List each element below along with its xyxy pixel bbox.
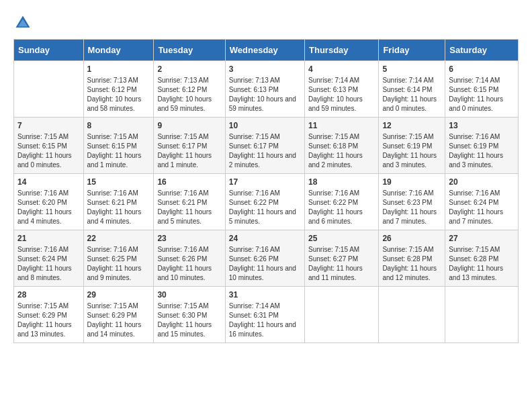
calendar-cell: 20 Sunrise: 7:16 AMSunset: 6:24 PMDaylig… [445,174,519,230]
day-info: Sunrise: 7:13 AMSunset: 6:13 PMDaylight:… [229,76,301,113]
column-header-sunday: Sunday [14,40,84,61]
day-info: Sunrise: 7:14 AMSunset: 6:13 PMDaylight:… [308,76,375,113]
calendar-cell: 21 Sunrise: 7:16 AMSunset: 6:24 PMDaylig… [14,230,84,287]
day-info: Sunrise: 7:15 AMSunset: 6:17 PMDaylight:… [157,132,221,170]
calendar-cell: 29 Sunrise: 7:15 AMSunset: 6:29 PMDaylig… [83,287,154,343]
day-info: Sunrise: 7:16 AMSunset: 6:26 PMDaylight:… [229,245,301,283]
day-info: Sunrise: 7:15 AMSunset: 6:29 PMDaylight:… [87,302,150,339]
day-number: 31 [229,290,301,300]
day-number: 23 [157,234,221,243]
calendar-cell: 24 Sunrise: 7:16 AMSunset: 6:26 PMDaylig… [225,230,304,287]
day-number: 1 [87,64,150,74]
day-info: Sunrise: 7:16 AMSunset: 6:19 PMDaylight:… [449,132,515,170]
day-number: 11 [308,121,375,130]
day-number: 21 [17,234,80,243]
day-info: Sunrise: 7:16 AMSunset: 6:23 PMDaylight:… [382,189,441,226]
day-info: Sunrise: 7:16 AMSunset: 6:20 PMDaylight:… [17,189,80,226]
day-info: Sunrise: 7:16 AMSunset: 6:21 PMDaylight:… [157,189,221,226]
day-number: 27 [449,234,515,243]
calendar-cell: 19 Sunrise: 7:16 AMSunset: 6:23 PMDaylig… [379,174,445,230]
week-row-3: 14 Sunrise: 7:16 AMSunset: 6:20 PMDaylig… [14,174,519,230]
day-number: 16 [157,177,221,187]
day-info: Sunrise: 7:16 AMSunset: 6:24 PMDaylight:… [449,189,515,226]
day-number: 24 [229,234,301,243]
day-number: 4 [308,64,375,74]
logo [13,13,35,32]
day-number: 17 [229,177,301,187]
day-number: 18 [308,177,375,187]
day-number: 12 [382,121,441,130]
calendar-cell: 27 Sunrise: 7:15 AMSunset: 6:28 PMDaylig… [445,230,519,287]
day-number: 9 [157,121,221,130]
calendar-cell: 6 Sunrise: 7:14 AMSunset: 6:15 PMDayligh… [445,61,519,118]
day-number: 10 [229,121,301,130]
day-number: 29 [87,290,150,300]
calendar-cell: 10 Sunrise: 7:15 AMSunset: 6:17 PMDaylig… [225,118,304,174]
week-row-4: 21 Sunrise: 7:16 AMSunset: 6:24 PMDaylig… [14,230,519,287]
calendar-cell: 3 Sunrise: 7:13 AMSunset: 6:13 PMDayligh… [225,61,304,118]
day-number: 7 [17,121,80,130]
calendar-cell: 13 Sunrise: 7:16 AMSunset: 6:19 PMDaylig… [445,118,519,174]
calendar-cell: 9 Sunrise: 7:15 AMSunset: 6:17 PMDayligh… [154,118,225,174]
day-info: Sunrise: 7:14 AMSunset: 6:31 PMDaylight:… [229,302,301,339]
calendar-cell: 5 Sunrise: 7:14 AMSunset: 6:14 PMDayligh… [379,61,445,118]
column-header-saturday: Saturday [445,40,519,61]
day-number: 22 [87,234,150,243]
page-header [13,13,519,32]
calendar-cell [14,61,84,118]
calendar-cell: 16 Sunrise: 7:16 AMSunset: 6:21 PMDaylig… [154,174,225,230]
calendar-cell: 30 Sunrise: 7:15 AMSunset: 6:30 PMDaylig… [154,287,225,343]
day-info: Sunrise: 7:16 AMSunset: 6:24 PMDaylight:… [17,245,80,283]
day-info: Sunrise: 7:15 AMSunset: 6:29 PMDaylight:… [17,302,80,339]
day-info: Sunrise: 7:13 AMSunset: 6:12 PMDaylight:… [157,76,221,113]
calendar-table: SundayMondayTuesdayWednesdayThursdayFrid… [13,39,519,343]
day-number: 3 [229,64,301,74]
day-info: Sunrise: 7:15 AMSunset: 6:27 PMDaylight:… [308,245,375,283]
calendar-cell: 25 Sunrise: 7:15 AMSunset: 6:27 PMDaylig… [305,230,379,287]
calendar-cell [305,287,379,343]
calendar-cell [379,287,445,343]
day-info: Sunrise: 7:15 AMSunset: 6:17 PMDaylight:… [229,132,301,170]
day-info: Sunrise: 7:15 AMSunset: 6:30 PMDaylight:… [157,302,221,339]
calendar-cell: 2 Sunrise: 7:13 AMSunset: 6:12 PMDayligh… [154,61,225,118]
day-info: Sunrise: 7:15 AMSunset: 6:15 PMDaylight:… [17,132,80,170]
day-number: 5 [382,64,441,74]
day-info: Sunrise: 7:16 AMSunset: 6:21 PMDaylight:… [87,189,150,226]
day-info: Sunrise: 7:15 AMSunset: 6:15 PMDaylight:… [87,132,150,170]
day-info: Sunrise: 7:14 AMSunset: 6:14 PMDaylight:… [382,76,441,113]
day-info: Sunrise: 7:16 AMSunset: 6:26 PMDaylight:… [157,245,221,283]
calendar-cell: 11 Sunrise: 7:15 AMSunset: 6:18 PMDaylig… [305,118,379,174]
day-number: 6 [449,64,515,74]
day-info: Sunrise: 7:14 AMSunset: 6:15 PMDaylight:… [449,76,515,113]
day-info: Sunrise: 7:16 AMSunset: 6:22 PMDaylight:… [308,189,375,226]
day-info: Sunrise: 7:15 AMSunset: 6:28 PMDaylight:… [382,245,441,283]
day-number: 20 [449,177,515,187]
week-row-1: 1 Sunrise: 7:13 AMSunset: 6:12 PMDayligh… [14,61,519,118]
day-info: Sunrise: 7:15 AMSunset: 6:18 PMDaylight:… [308,132,375,170]
calendar-cell: 1 Sunrise: 7:13 AMSunset: 6:12 PMDayligh… [83,61,154,118]
calendar-cell: 31 Sunrise: 7:14 AMSunset: 6:31 PMDaylig… [225,287,304,343]
calendar-header-row: SundayMondayTuesdayWednesdayThursdayFrid… [14,40,519,61]
calendar-cell: 28 Sunrise: 7:15 AMSunset: 6:29 PMDaylig… [14,287,84,343]
day-info: Sunrise: 7:16 AMSunset: 6:25 PMDaylight:… [87,245,150,283]
logo-icon [13,13,32,32]
day-info: Sunrise: 7:15 AMSunset: 6:19 PMDaylight:… [382,132,441,170]
calendar-cell: 7 Sunrise: 7:15 AMSunset: 6:15 PMDayligh… [14,118,84,174]
calendar-cell: 17 Sunrise: 7:16 AMSunset: 6:22 PMDaylig… [225,174,304,230]
day-number: 19 [382,177,441,187]
calendar-cell: 22 Sunrise: 7:16 AMSunset: 6:25 PMDaylig… [83,230,154,287]
column-header-wednesday: Wednesday [225,40,304,61]
day-number: 15 [87,177,150,187]
day-number: 25 [308,234,375,243]
calendar-cell: 8 Sunrise: 7:15 AMSunset: 6:15 PMDayligh… [83,118,154,174]
column-header-tuesday: Tuesday [154,40,225,61]
calendar-cell: 14 Sunrise: 7:16 AMSunset: 6:20 PMDaylig… [14,174,84,230]
day-number: 28 [17,290,80,300]
week-row-2: 7 Sunrise: 7:15 AMSunset: 6:15 PMDayligh… [14,118,519,174]
calendar-cell: 23 Sunrise: 7:16 AMSunset: 6:26 PMDaylig… [154,230,225,287]
day-number: 14 [17,177,80,187]
day-info: Sunrise: 7:15 AMSunset: 6:28 PMDaylight:… [449,245,515,283]
day-number: 30 [157,290,221,300]
column-header-thursday: Thursday [305,40,379,61]
day-number: 2 [157,64,221,74]
